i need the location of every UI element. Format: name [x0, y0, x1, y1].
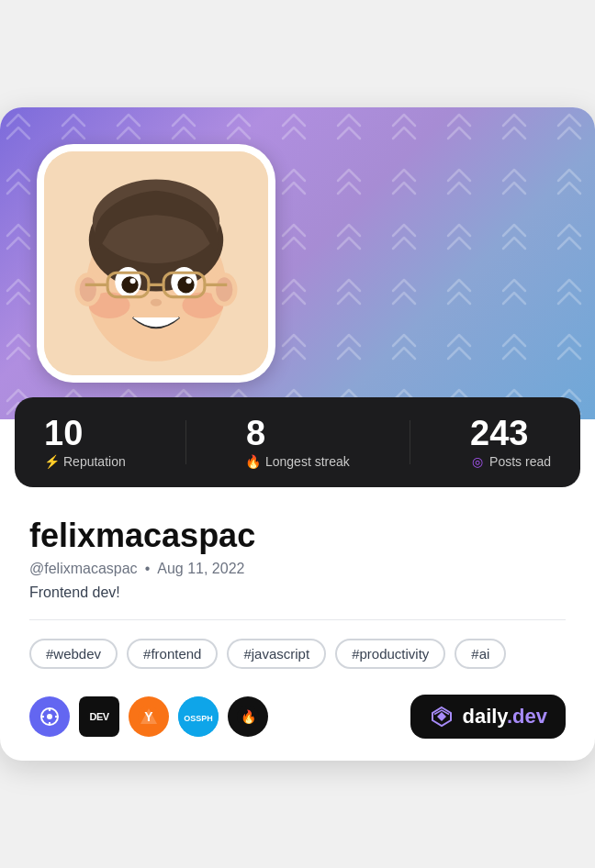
posts-read-stat: 243 ◎ Posts read	[470, 416, 551, 469]
profile-section: felixmacaspac @felixmacaspac • Aug 11, 2…	[0, 509, 595, 761]
handle-row: @felixmacaspac • Aug 11, 2022	[29, 561, 566, 577]
posts-read-value: 243	[470, 416, 528, 451]
brand-name: daily.dev	[462, 705, 547, 729]
user-handle: @felixmacaspac	[29, 561, 138, 577]
tag-javascript[interactable]: #javascript	[227, 639, 326, 669]
tag-frontend[interactable]: #frontend	[127, 639, 218, 669]
reputation-stat: 10 ⚡ Reputation	[44, 416, 126, 469]
reputation-value: 10	[44, 416, 83, 451]
social-icon-y[interactable]: Y	[129, 696, 169, 737]
dot-separator: •	[145, 561, 151, 577]
svg-point-13	[121, 276, 138, 293]
svg-text:Y: Y	[144, 709, 153, 724]
svg-point-22	[151, 299, 162, 306]
streak-value: 8	[246, 416, 265, 451]
tags-section: #webdev #frontend #javascript #productiv…	[29, 639, 566, 669]
user-bio: Frontend dev!	[29, 584, 566, 601]
stat-divider-2	[410, 420, 410, 464]
reputation-label: ⚡ Reputation	[44, 454, 126, 469]
streak-label: 🔥 Longest streak	[246, 454, 350, 469]
social-icon-crosshair[interactable]	[29, 696, 70, 737]
svg-point-10	[216, 277, 232, 301]
posts-read-label: ◎ Posts read	[470, 454, 551, 469]
username: felixmacaspac	[29, 517, 566, 555]
tag-ai[interactable]: #ai	[455, 639, 506, 669]
streak-stat: 8 🔥 Longest streak	[246, 416, 350, 469]
svg-text:🔥: 🔥	[241, 709, 257, 725]
social-icons: DEV Y OSSPH	[29, 696, 268, 737]
svg-point-16	[186, 278, 192, 284]
social-icon-dev[interactable]: DEV	[79, 696, 119, 737]
brand-dev: .dev	[507, 705, 547, 728]
brand-logo-icon	[429, 704, 455, 729]
social-icon-ossph[interactable]: OSSPH	[178, 696, 219, 737]
tag-productivity[interactable]: #productivity	[335, 639, 445, 669]
profile-card: 10 ⚡ Reputation 8 🔥 Longest streak 243 ◎…	[0, 107, 595, 761]
profile-divider	[29, 619, 566, 620]
brand-daily: daily	[462, 705, 507, 728]
streak-icon: 🔥	[246, 454, 261, 469]
svg-point-15	[130, 278, 136, 284]
posts-read-icon: ◎	[470, 454, 485, 469]
join-date: Aug 11, 2022	[157, 561, 244, 577]
svg-point-24	[47, 714, 52, 719]
reputation-icon: ⚡	[44, 454, 59, 469]
svg-point-14	[177, 276, 194, 293]
avatar	[37, 144, 275, 383]
brand-badge: daily.dev	[410, 695, 566, 739]
profile-header	[0, 107, 595, 419]
footer-row: DEV Y OSSPH	[29, 695, 566, 739]
stats-bar: 10 ⚡ Reputation 8 🔥 Longest streak 243 ◎…	[15, 397, 580, 487]
social-icon-hashnode[interactable]: 🔥	[228, 696, 268, 737]
tag-webdev[interactable]: #webdev	[29, 639, 118, 669]
svg-text:OSSPH: OSSPH	[184, 714, 213, 723]
svg-point-8	[80, 277, 96, 301]
stat-divider-1	[185, 420, 186, 464]
